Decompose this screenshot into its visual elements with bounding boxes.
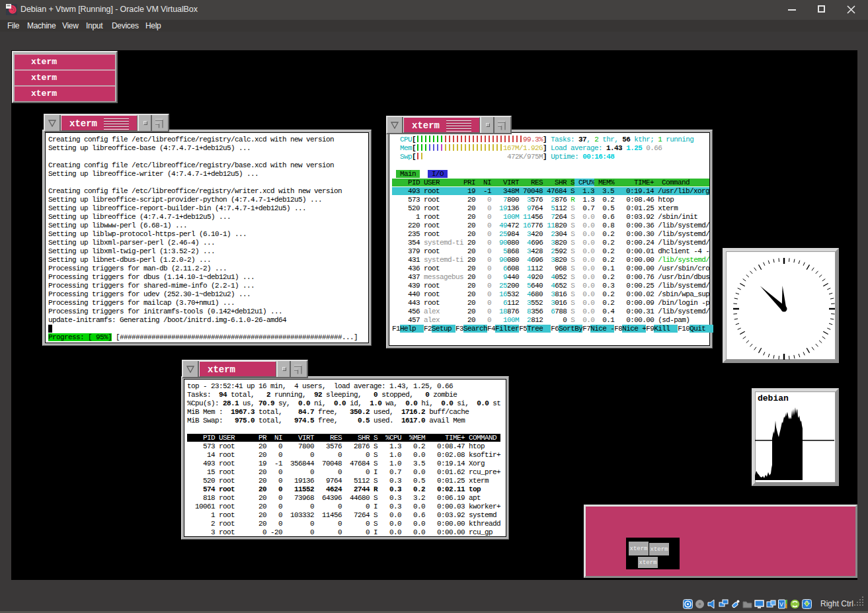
svg-text:V: V — [779, 601, 783, 608]
